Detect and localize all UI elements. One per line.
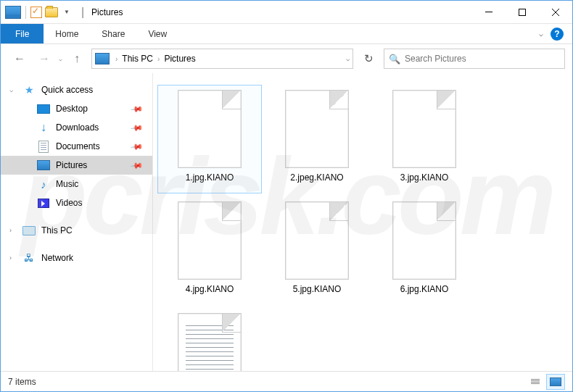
- file-item[interactable]: 5.jpg.KIANO: [265, 196, 369, 305]
- breadcrumb-pictures[interactable]: Pictures: [161, 54, 198, 64]
- blank-file-icon: [285, 90, 349, 168]
- qat-dropdown-icon[interactable]: ▼: [61, 9, 73, 15]
- search-box[interactable]: 🔍: [384, 49, 565, 69]
- help-icon[interactable]: ?: [551, 28, 564, 41]
- text-file-icon: [178, 313, 242, 371]
- videos-icon: [38, 199, 49, 208]
- recent-locations-dropdown[interactable]: ⌵: [59, 56, 62, 62]
- maximize-button[interactable]: [506, 1, 539, 23]
- close-button[interactable]: [539, 1, 572, 23]
- file-item[interactable]: 2.jpeg.KIANO: [265, 85, 369, 193]
- file-tab[interactable]: File: [1, 24, 44, 43]
- sidebar-item-label: Pictures: [56, 160, 87, 170]
- ribbon: File Home Share View ⌵ ?: [1, 24, 572, 44]
- sidebar-item-videos[interactable]: Videos: [1, 193, 152, 212]
- forward-button[interactable]: →: [34, 49, 54, 69]
- address-dropdown-icon[interactable]: ⌵: [346, 55, 350, 62]
- downloads-icon: ↓: [37, 122, 50, 133]
- chevron-right-icon[interactable]: ›: [156, 55, 161, 63]
- pin-icon: 📌: [130, 102, 144, 116]
- sidebar-label: Quick access: [41, 85, 93, 95]
- collapse-ribbon-icon[interactable]: ⌵: [539, 30, 543, 38]
- caret-icon[interactable]: ›: [9, 254, 12, 262]
- file-name: 5.jpg.KIANO: [293, 284, 342, 294]
- sidebar-item-label: Downloads: [56, 122, 99, 133]
- page-fold-icon: [329, 91, 348, 109]
- window-title: Pictures: [91, 7, 123, 17]
- sidebar-item-desktop[interactable]: Desktop 📌: [1, 99, 152, 118]
- sidebar-item-label: Videos: [56, 198, 82, 208]
- page-fold-icon: [222, 314, 241, 333]
- sidebar-item-pictures[interactable]: Pictures 📌: [1, 156, 152, 175]
- file-list[interactable]: 1.jpg.KIANO2.jpeg.KIANO3.jpg.KIANO4.jpg.…: [153, 73, 572, 371]
- address-bar[interactable]: › This PC › Pictures ⌵: [91, 49, 353, 69]
- file-item[interactable]: 6.jpg.KIANO: [372, 196, 477, 305]
- file-item[interactable]: 3.jpg.KIANO: [372, 85, 477, 193]
- breadcrumb-this-pc[interactable]: This PC: [119, 54, 156, 64]
- navigation-pane: ⌵ ★ Quick access Desktop 📌 ↓ Downloads 📌…: [1, 73, 153, 371]
- pin-icon: 📌: [130, 140, 144, 154]
- sidebar-item-downloads[interactable]: ↓ Downloads 📌: [1, 118, 152, 137]
- address-location-icon: [95, 53, 110, 64]
- network-icon: 🖧: [22, 252, 36, 264]
- pictures-icon: [37, 160, 50, 170]
- blank-file-icon: [285, 201, 349, 280]
- tab-view[interactable]: View: [136, 24, 178, 43]
- page-fold-icon: [329, 202, 348, 221]
- blank-file-icon: [178, 90, 242, 168]
- window-controls: [472, 1, 572, 23]
- pin-icon: 📌: [130, 121, 144, 135]
- page-fold-icon: [222, 202, 241, 221]
- caret-icon[interactable]: ⌵: [9, 86, 13, 93]
- status-bar: 7 items: [1, 371, 572, 391]
- sidebar-label: This PC: [41, 225, 73, 235]
- sidebar-label: Network: [41, 253, 73, 263]
- music-icon: ♪: [37, 178, 50, 190]
- view-switcher: [526, 374, 565, 390]
- svg-rect-0: [485, 12, 492, 12]
- nav-row: ← → ⌵ ↑ › This PC › Pictures ⌵ ↻ 🔍: [1, 44, 572, 73]
- view-details-button[interactable]: [526, 374, 545, 390]
- file-item[interactable]: 4.jpg.KIANO: [157, 196, 262, 305]
- sidebar-network[interactable]: › 🖧 Network: [1, 249, 152, 267]
- divider: [25, 6, 26, 19]
- chevron-right-icon[interactable]: ›: [114, 55, 119, 63]
- page-fold-icon: [222, 91, 241, 109]
- up-button[interactable]: ↑: [67, 49, 87, 69]
- qat-new-folder-icon[interactable]: [45, 7, 58, 17]
- search-input[interactable]: [405, 54, 560, 64]
- tab-share[interactable]: Share: [90, 24, 136, 43]
- qat-properties-icon[interactable]: [30, 7, 42, 18]
- sidebar-item-label: Music: [56, 179, 78, 189]
- sidebar-item-music[interactable]: ♪ Music: [1, 175, 152, 193]
- tab-home[interactable]: Home: [44, 24, 90, 43]
- caret-icon[interactable]: ›: [9, 227, 12, 234]
- back-button[interactable]: ←: [9, 49, 30, 69]
- page-fold-icon: [437, 202, 455, 221]
- app-folder-icon[interactable]: [5, 6, 21, 19]
- blank-file-icon: [178, 201, 242, 280]
- details-icon: [531, 379, 540, 384]
- desktop-icon: [37, 104, 50, 114]
- sidebar-quick-access[interactable]: ⌵ ★ Quick access: [1, 80, 152, 99]
- file-item[interactable]: 1.jpg.KIANO: [157, 85, 262, 193]
- blank-file-icon: [392, 201, 456, 280]
- refresh-button[interactable]: ↻: [358, 49, 379, 69]
- sidebar-this-pc[interactable]: › This PC: [1, 221, 152, 240]
- file-name: 3.jpg.KIANO: [400, 172, 449, 183]
- sidebar-item-label: Documents: [56, 141, 100, 151]
- pin-icon: 📌: [130, 159, 144, 172]
- this-pc-icon: [22, 226, 36, 235]
- star-icon: ★: [22, 84, 36, 96]
- sidebar-item-label: Desktop: [56, 104, 88, 114]
- blank-file-icon: [392, 90, 456, 168]
- search-icon: 🔍: [389, 54, 400, 64]
- view-large-icons-button[interactable]: [546, 374, 565, 390]
- sidebar-item-documents[interactable]: Documents 📌: [1, 137, 152, 156]
- minimize-button[interactable]: [472, 1, 506, 23]
- file-name: 1.jpg.KIANO: [186, 172, 234, 183]
- page-fold-icon: [437, 91, 455, 109]
- file-name: 4.jpg.KIANO: [186, 284, 234, 294]
- file-item[interactable]: KIANO-HELP.txt: [157, 308, 262, 371]
- title-bar: ▼ | Pictures: [1, 1, 572, 24]
